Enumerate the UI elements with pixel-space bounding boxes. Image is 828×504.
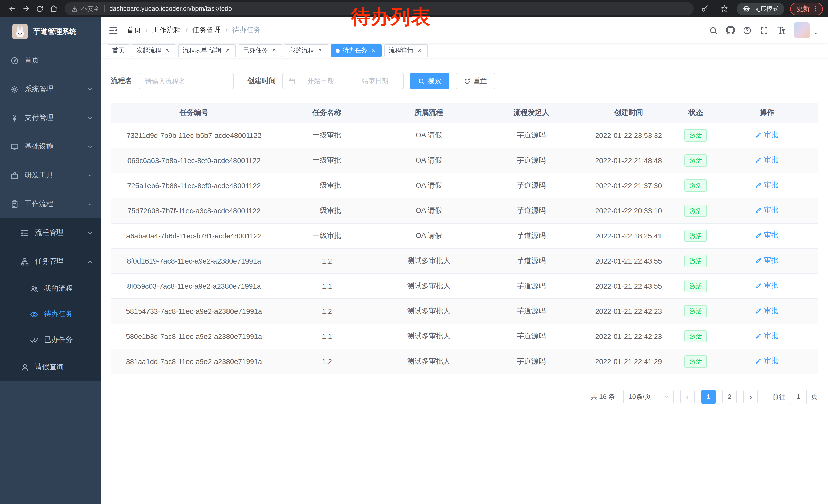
sidebar-menu: 首页 系统管理 支付管理 基础设施 xyxy=(0,46,100,381)
security-label: 不安全 xyxy=(81,4,99,13)
approve-link[interactable]: 审批 xyxy=(755,306,779,316)
cell-task-name: 1.2 xyxy=(277,349,377,374)
page-size-select[interactable]: 10条/页 xyxy=(623,390,673,404)
cell-task-id: 58154733-7ac8-11ec-a9e2-a2380e71991a xyxy=(111,299,277,324)
dashboard-icon xyxy=(10,56,19,65)
cell-create-time: 2022-01-21 22:43:55 xyxy=(581,248,675,273)
approve-link[interactable]: 审批 xyxy=(755,181,779,190)
prev-page-button[interactable]: ‹ xyxy=(680,390,695,404)
cell-starter: 芋道源码 xyxy=(481,198,581,223)
tab-todo-tasks[interactable]: 待办任务 × xyxy=(331,44,382,57)
header-search-button[interactable] xyxy=(705,17,722,43)
cell-task-id: 8f0d1619-7ac8-11ec-a9e2-a2380e71991a xyxy=(111,248,277,273)
font-size-button[interactable] xyxy=(773,17,790,43)
process-name-input[interactable] xyxy=(138,73,234,89)
approve-link[interactable]: 审批 xyxy=(755,206,779,215)
sidebar-item-dev-tools[interactable]: 研发工具 xyxy=(0,161,100,190)
approve-link[interactable]: 审批 xyxy=(755,357,779,366)
sidebar-item-infrastructure[interactable]: 基础设施 xyxy=(0,132,100,161)
forward-button[interactable] xyxy=(19,2,33,16)
kebab-menu-icon xyxy=(812,5,819,12)
close-icon[interactable]: × xyxy=(416,47,423,54)
people-icon xyxy=(30,284,38,293)
tab-start-process[interactable]: 发起流程 × xyxy=(132,44,175,57)
date-range-picker[interactable]: 开始日期 - 结束日期 xyxy=(282,73,404,89)
cell-task-id: 73211d9d-7b9b-11ec-b5b7-acde48001122 xyxy=(111,123,277,148)
security-status[interactable]: 不安全 xyxy=(71,4,99,13)
help-button[interactable] xyxy=(739,17,756,43)
close-icon[interactable]: × xyxy=(370,47,377,54)
tab-done-tasks[interactable]: 已办任务 × xyxy=(239,44,282,57)
tab-label: 发起流程 xyxy=(136,46,161,55)
approve-link[interactable]: 审批 xyxy=(755,256,779,265)
sidebar-item-task-management[interactable]: 任务管理 xyxy=(0,247,100,276)
cell-process: OA 请假 xyxy=(377,198,481,223)
chevron-down-icon xyxy=(87,144,93,149)
col-create-time: 创建时间 xyxy=(581,103,675,123)
approve-link[interactable]: 审批 xyxy=(755,281,779,290)
next-page-button[interactable]: › xyxy=(743,390,758,404)
tab-home[interactable]: 首页 xyxy=(108,44,129,57)
user-menu[interactable] xyxy=(794,22,819,39)
breadcrumb: 首页 / 工作流程 / 任务管理 / 待办任务 xyxy=(127,26,261,35)
goto-page-input[interactable] xyxy=(790,390,807,404)
back-button[interactable] xyxy=(5,2,19,16)
create-time-label: 创建时间 xyxy=(247,77,276,86)
col-actions: 操作 xyxy=(716,103,818,123)
sidebar-item-leave-query[interactable]: 请假查询 xyxy=(0,353,100,381)
reload-button[interactable] xyxy=(33,2,47,16)
sidebar-item-system[interactable]: 系统管理 xyxy=(0,75,100,103)
breadcrumb-item-workflow[interactable]: 工作流程 xyxy=(152,26,181,35)
gear-icon xyxy=(10,85,19,94)
eye-icon xyxy=(30,310,38,319)
search-icon xyxy=(709,26,718,35)
tab-label: 我的流程 xyxy=(289,46,314,55)
approve-link[interactable]: 审批 xyxy=(755,155,779,165)
page-button-2[interactable]: 2 xyxy=(722,390,737,404)
sidebar-item-done-tasks[interactable]: 已办任务 xyxy=(0,327,100,353)
close-icon[interactable]: × xyxy=(164,47,171,54)
col-task-name: 任务名称 xyxy=(277,103,377,123)
tab-process-detail[interactable]: 流程详情 × xyxy=(384,44,428,57)
annotation-title: 待办列表 xyxy=(351,4,431,30)
sidebar-toggle[interactable] xyxy=(100,25,126,35)
sidebar-item-home[interactable]: 首页 xyxy=(0,46,100,75)
close-icon[interactable]: × xyxy=(224,47,232,54)
status-badge: 激活 xyxy=(685,280,707,292)
sidebar-item-payment[interactable]: 支付管理 xyxy=(0,103,100,132)
page-button-1[interactable]: 1 xyxy=(701,390,716,404)
sidebar-item-label: 流程管理 xyxy=(35,228,64,237)
approve-link[interactable]: 审批 xyxy=(755,331,779,341)
app-title: 芋道管理系统 xyxy=(33,27,76,36)
reset-button[interactable]: 重置 xyxy=(456,73,495,89)
app-logo[interactable]: 芋道管理系统 xyxy=(0,17,100,46)
cell-process: 测试多审批人 xyxy=(377,273,481,299)
browser-update-menu[interactable]: 更新 xyxy=(790,2,823,15)
home-button[interactable] xyxy=(47,2,60,16)
tab-my-processes[interactable]: 我的流程 × xyxy=(285,44,328,57)
close-icon[interactable]: × xyxy=(271,47,278,54)
calendar-icon xyxy=(288,77,295,85)
sidebar-item-workflow[interactable]: 工作流程 xyxy=(0,190,100,218)
sidebar-item-process-management[interactable]: 流程管理 xyxy=(0,218,100,247)
approve-link[interactable]: 审批 xyxy=(755,131,779,140)
search-button[interactable]: 搜索 xyxy=(410,73,449,89)
sidebar-item-my-processes[interactable]: 我的流程 xyxy=(0,276,100,302)
breadcrumb-item-task-management[interactable]: 任务管理 xyxy=(192,26,221,35)
fullscreen-button[interactable] xyxy=(756,17,773,43)
approve-link[interactable]: 审批 xyxy=(755,231,779,240)
password-key-button[interactable] xyxy=(698,2,711,16)
close-icon[interactable]: × xyxy=(317,47,324,54)
col-starter: 流程发起人 xyxy=(481,103,581,123)
sidebar-item-label: 待办任务 xyxy=(44,310,73,319)
cell-create-time: 2022-01-22 18:25:41 xyxy=(581,223,675,248)
bookmark-star-button[interactable] xyxy=(717,2,731,16)
sidebar-item-todo-tasks[interactable]: 待办任务 xyxy=(0,302,100,327)
tab-process-form-edit[interactable]: 流程表单-编辑 × xyxy=(178,44,236,57)
toolbox-icon xyxy=(10,171,19,180)
cell-create-time: 2022-01-22 21:48:48 xyxy=(581,148,675,173)
user-icon xyxy=(20,363,29,371)
status-badge: 激活 xyxy=(685,204,707,217)
github-button[interactable] xyxy=(722,17,739,43)
breadcrumb-item-home[interactable]: 首页 xyxy=(127,26,141,35)
